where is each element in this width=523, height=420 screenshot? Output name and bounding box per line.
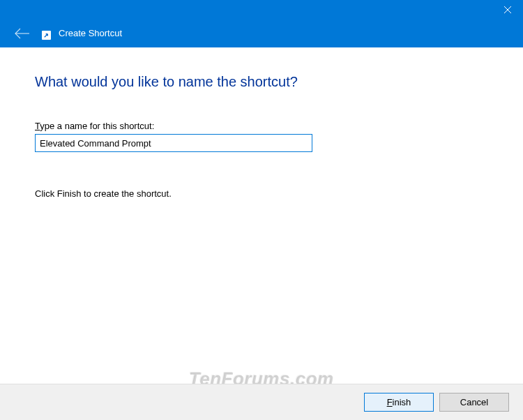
shortcut-icon: [42, 31, 51, 40]
name-field-label: Type a name for this shortcut:: [35, 121, 488, 131]
finish-button[interactable]: Finish: [364, 393, 434, 412]
back-button[interactable]: [14, 28, 31, 42]
page-heading: What would you like to name the shortcut…: [35, 74, 488, 90]
close-icon: [504, 6, 511, 13]
close-button[interactable]: [492, 0, 523, 20]
footer: Finish Cancel: [0, 384, 523, 420]
window-title: Create Shortcut: [59, 28, 122, 38]
instruction-text: Click Finish to create the shortcut.: [35, 188, 488, 199]
content-area: What would you like to name the shortcut…: [0, 47, 523, 199]
arrow-left-icon: [14, 28, 31, 39]
titlebar: Create Shortcut: [0, 0, 523, 47]
shortcut-name-input[interactable]: [35, 134, 312, 152]
cancel-button[interactable]: Cancel: [439, 393, 509, 412]
